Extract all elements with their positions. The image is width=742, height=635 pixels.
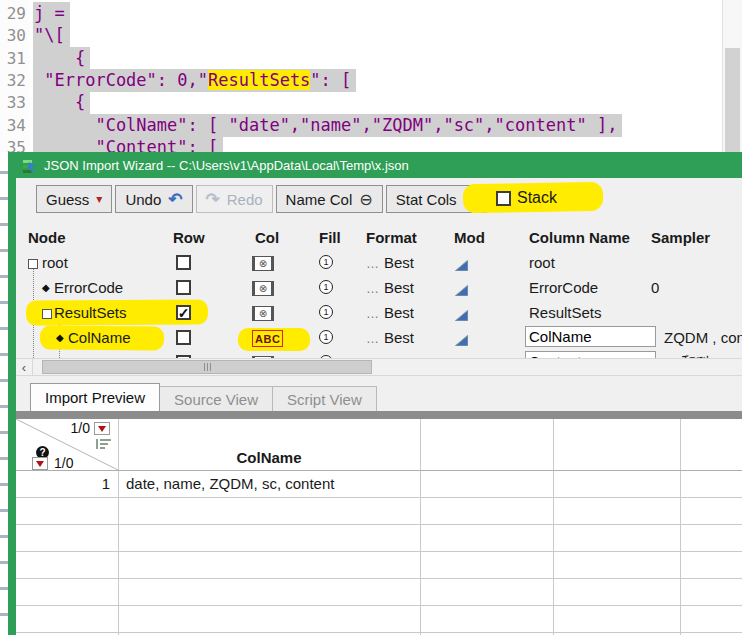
row-checkbox-checked[interactable]: ✓ — [176, 305, 191, 320]
format-cell[interactable]: …Best — [366, 275, 414, 301]
ellipsis-icon: … — [366, 281, 379, 296]
node-label[interactable]: ResultSets — [54, 300, 127, 325]
tree-row-resultsets[interactable]: ResultSets ✓ ⊗ 1 …Best ResultSets — [16, 300, 742, 325]
import-preview-grid: 1/0 ? 1/0 ColName 1 date, name, ZQDM, sc… — [16, 419, 742, 635]
format-cell[interactable]: …Best — [366, 325, 414, 351]
header-node: Node — [28, 225, 66, 250]
row-checkbox[interactable] — [176, 330, 191, 345]
col-auto-icon[interactable]: ⊗ — [252, 281, 274, 296]
tab-source-view[interactable]: Source View — [160, 386, 273, 412]
code-line[interactable]: { — [33, 92, 90, 114]
preview-row-number[interactable]: 1 — [16, 470, 110, 497]
line-number: 35 — [0, 137, 26, 152]
sampler-cell: 0 — [651, 275, 659, 300]
format-cell[interactable]: …Best — [366, 300, 414, 326]
stat-cols-label: Stat Cols — [396, 191, 457, 208]
expand-box-icon[interactable] — [42, 309, 52, 319]
corner-dropdown-button[interactable] — [32, 457, 48, 470]
column-name-input[interactable] — [525, 326, 656, 347]
name-col-label: Name Col — [286, 191, 353, 208]
code-line[interactable]: "ColName": [ "date","name","ZQDM","sc","… — [33, 115, 622, 137]
editor-vertical-scrollbar[interactable] — [722, 0, 742, 152]
dialog-titlebar[interactable]: JSON Import Wizard -- C:\Users\v1\AppDat… — [8, 152, 742, 178]
preview-row-value[interactable]: date, name, ZQDM, sc, content — [126, 470, 334, 497]
corner-dropdown-button[interactable] — [94, 422, 110, 435]
tree-row-content-clipped[interactable]: ◆ Content ⊗ 1 …Best *ST和科 *ST — [16, 350, 742, 358]
column-name-cell[interactable]: root — [529, 250, 555, 275]
node-label[interactable]: root — [42, 250, 68, 275]
format-cell[interactable]: …Best — [366, 350, 414, 358]
stack-checkbox[interactable] — [496, 191, 511, 206]
code-line[interactable]: { — [33, 48, 90, 70]
fill-icon[interactable]: 1 — [319, 305, 333, 319]
format-cell[interactable]: …Best — [366, 250, 414, 276]
tabs-divider-band — [16, 411, 742, 419]
code-line[interactable]: "\[ — [33, 25, 70, 47]
fill-icon[interactable]: 1 — [319, 280, 333, 294]
ellipsis-icon: … — [366, 256, 379, 271]
leaf-diamond-icon: ◆ — [56, 350, 64, 358]
mod-triangle-icon[interactable] — [455, 282, 468, 299]
redo-button[interactable]: ↷ Redo — [196, 185, 273, 213]
editor-margin-markers — [0, 152, 8, 635]
corner-bottom-ratio: 1/0 — [54, 455, 73, 471]
stack-checkbox-group[interactable]: Stack — [496, 189, 557, 207]
code-editor[interactable]: 29 30 31 32 33 34 35 j = "\[ { "ErrorCod… — [0, 0, 742, 152]
dialog-title: JSON Import Wizard -- C:\Users\v1\AppDat… — [44, 158, 409, 173]
fill-icon[interactable]: 1 — [319, 255, 333, 269]
row-checkbox[interactable] — [176, 280, 191, 295]
stack-label[interactable]: Stack — [517, 189, 557, 207]
scroll-left-arrow[interactable]: ‹ — [16, 359, 33, 375]
header-column-name: Column Name — [529, 225, 630, 250]
line-number-gutter: 29 30 31 32 33 34 35 — [0, 0, 30, 152]
redo-label: Redo — [227, 191, 263, 208]
undo-button[interactable]: Undo ↶ — [115, 185, 192, 213]
line-number: 32 — [0, 70, 26, 92]
row-checkbox[interactable] — [176, 255, 191, 270]
grid-line — [16, 470, 742, 471]
col-auto-icon[interactable]: ⊗ — [252, 256, 274, 271]
code-line[interactable]: "ErrorCode": 0,"ResultSets": [ — [33, 70, 356, 92]
leaf-diamond-icon: ◆ — [56, 325, 64, 350]
code-line[interactable]: j = — [33, 3, 70, 25]
filter-icon[interactable] — [96, 439, 113, 449]
header-sampler: Sampler — [651, 225, 710, 250]
grid-line — [680, 419, 681, 635]
name-col-button[interactable]: Name Col ⊖ — [276, 185, 383, 213]
undo-icon: ↶ — [168, 189, 182, 210]
column-name-cell[interactable]: ResultSets — [529, 300, 602, 325]
node-label[interactable]: ErrorCode — [54, 275, 123, 300]
tree-row-errorcode[interactable]: ◆ ErrorCode ⊗ 1 …Best ErrorCode 0 — [16, 275, 742, 300]
line-number: 31 — [0, 48, 26, 70]
node-label[interactable]: ColName — [68, 325, 131, 350]
ellipsis-icon: … — [366, 306, 379, 321]
preview-column-header-colname[interactable]: ColName — [118, 445, 420, 470]
toolbar: Guess ▾ Undo ↶ ↷ Redo Name Col ⊖ Stat Co… — [36, 185, 487, 213]
ellipsis-icon: … — [366, 331, 379, 346]
fill-icon[interactable]: 1 — [319, 330, 333, 344]
tree-row-colname[interactable]: ◆ ColName ABC 1 …Best ZQDM , cont — [16, 325, 742, 350]
line-number: 34 — [0, 115, 26, 137]
tab-import-preview[interactable]: Import Preview — [30, 383, 160, 412]
mod-triangle-icon[interactable] — [455, 307, 468, 324]
text-column-abc-icon[interactable]: ABC — [252, 330, 283, 347]
mod-triangle-icon[interactable] — [455, 332, 468, 349]
tab-script-view[interactable]: Script View — [273, 386, 377, 412]
column-name-input[interactable] — [525, 351, 656, 358]
guess-button[interactable]: Guess ▾ — [36, 185, 112, 213]
code-line[interactable]: "Content": [ — [33, 137, 223, 152]
grid-line — [16, 578, 742, 579]
json-wizard-icon — [22, 158, 37, 173]
node-label[interactable]: Content — [68, 350, 121, 358]
screenshot-root: 29 30 31 32 33 34 35 j = "\[ { "ErrorCod… — [0, 0, 742, 635]
tree-horizontal-scrollbar[interactable]: ‹ — [16, 358, 742, 376]
scrollbar-thumb[interactable] — [42, 360, 372, 374]
column-name-cell[interactable]: ErrorCode — [529, 275, 598, 300]
grid-line — [553, 419, 554, 635]
json-import-wizard-dialog: JSON Import Wizard -- C:\Users\v1\AppDat… — [8, 152, 742, 635]
scrollbar-thumb[interactable] — [725, 48, 740, 152]
mod-triangle-icon[interactable] — [455, 257, 468, 274]
tree-row-root[interactable]: root ⊗ 1 …Best root — [16, 250, 742, 275]
col-auto-icon[interactable]: ⊗ — [252, 306, 274, 321]
expand-box-icon[interactable] — [28, 259, 38, 269]
